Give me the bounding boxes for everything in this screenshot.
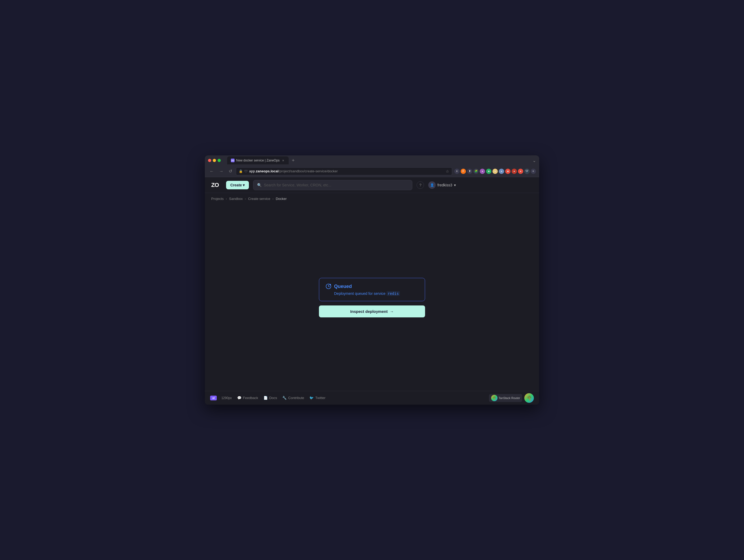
address-bar[interactable]: 🔒 🛡 app.zaneops.local/project/sandbox/cr… — [236, 167, 452, 175]
twitter-icon: 🐦 — [309, 396, 313, 400]
bookmark-star-icon[interactable]: ☆ — [446, 169, 449, 173]
breadcrumb-projects[interactable]: Projects — [211, 197, 224, 201]
svg-point-1 — [330, 284, 331, 286]
docs-icon: 📄 — [263, 396, 268, 400]
ext-share-icon[interactable]: ⬆ — [467, 169, 472, 174]
user-avatar: 👤 — [428, 182, 436, 189]
footer: xl 1290px 💬 Feedback 📄 Docs 🔧 Contribute… — [205, 391, 539, 405]
footer-links: 💬 Feedback 📄 Docs 🔧 Contribute 🐦 Twitter — [237, 396, 326, 400]
breakpoint-width: 1290px — [219, 396, 232, 400]
tab-title: New docker service | ZaneOps — [236, 159, 280, 162]
queued-icon — [326, 283, 331, 289]
main-content: Queued Deployment queued for service red… — [205, 204, 539, 391]
breadcrumb-sep-1: › — [226, 197, 227, 201]
minimize-window-button[interactable] — [213, 159, 216, 162]
url-display: app.zaneops.local/project/sandbox/create… — [249, 169, 338, 173]
footer-right: 🌴 TanStack Router 🌴 — [489, 393, 534, 403]
title-bar: ZO New docker service | ZaneOps ✕ + ⌄ — [205, 155, 539, 165]
forward-button[interactable]: → — [218, 168, 225, 175]
close-window-button[interactable] — [208, 159, 211, 162]
user-menu[interactable]: 👤 fredkiss3 ▾ — [428, 182, 455, 189]
help-button[interactable]: ? — [417, 182, 424, 189]
contribute-link[interactable]: 🔧 Contribute — [282, 396, 304, 400]
breadcrumb-sep-2: › — [245, 197, 246, 201]
status-message: Deployment queued for service redis — [326, 291, 418, 296]
nav-bar: ← → ↺ 🔒 🛡 app.zaneops.local/project/sand… — [205, 165, 539, 177]
ext-f-icon[interactable]: F — [460, 169, 466, 174]
twitter-link[interactable]: 🐦 Twitter — [309, 396, 325, 400]
footer-avatar-large: 🌴 — [524, 393, 534, 403]
browser-window: ZO New docker service | ZaneOps ✕ + ⌄ ← … — [205, 155, 539, 405]
tab-close-button[interactable]: ✕ — [281, 159, 285, 162]
tanstack-avatar-small: 🌴 — [491, 395, 497, 401]
search-icon: 🔍 — [257, 183, 262, 187]
ext-green-toggle-icon[interactable]: ■ — [486, 169, 491, 174]
shield-icon: 🛡 — [245, 169, 248, 173]
back-button[interactable]: ← — [208, 168, 216, 175]
inspect-deployment-button[interactable]: Inspect deployment → — [319, 306, 425, 317]
status-label: Queued — [334, 284, 352, 289]
url-path: /project/sandbox/create-service/docker — [278, 169, 338, 173]
status-header: Queued — [326, 283, 418, 289]
url-domain: app.zaneops.local — [249, 169, 278, 173]
docs-link[interactable]: 📄 Docs — [263, 396, 277, 400]
arrow-right-icon: → — [390, 309, 394, 314]
breadcrumb-docker: Docker — [276, 197, 287, 201]
ext-shield2-icon[interactable]: 🛡 — [524, 169, 530, 174]
ext-stack-icon[interactable]: ≡ — [531, 169, 536, 174]
user-name: fredkiss3 — [437, 183, 452, 187]
search-bar[interactable]: 🔍 Search for Service, Worker, CRON, etc.… — [253, 180, 412, 190]
ext-red1-icon[interactable]: ■ — [505, 169, 511, 174]
breadcrumb: Projects › Sandbox › Create service › Do… — [205, 193, 539, 204]
extensions-bar: ⬇ F ⬆ 🧩 ● ■ ● ● ■ ● ● 🛡 ≡ — [454, 169, 536, 174]
feedback-link[interactable]: 💬 Feedback — [237, 396, 258, 400]
ext-download-icon[interactable]: ⬇ — [454, 169, 459, 174]
ext-yellow-icon[interactable]: ● — [492, 169, 498, 174]
app-header: ZO Create ▾ 🔍 Search for Service, Worker… — [205, 177, 539, 193]
breadcrumb-sep-3: › — [272, 197, 273, 201]
tanstack-badge: 🌴 TanStack Router — [489, 394, 522, 402]
active-tab[interactable]: ZO New docker service | ZaneOps ✕ — [227, 156, 289, 164]
maximize-window-button[interactable] — [218, 159, 221, 162]
service-name-badge: redis — [386, 291, 400, 296]
security-icon: 🔒 — [239, 169, 243, 173]
tab-favicon: ZO — [231, 159, 234, 162]
breadcrumb-create-service[interactable]: Create service — [248, 197, 270, 201]
contribute-icon: 🔧 — [282, 396, 287, 400]
user-dropdown-icon: ▾ — [454, 183, 456, 187]
create-button[interactable]: Create ▾ — [226, 181, 249, 189]
breakpoint-badge: xl — [210, 396, 217, 400]
ext-red3-icon[interactable]: ● — [518, 169, 523, 174]
search-placeholder: Search for Service, Worker, CRON, etc... — [264, 183, 331, 187]
tab-bar: ZO New docker service | ZaneOps ✕ + — [227, 156, 530, 164]
title-bar-collapse[interactable]: ⌄ — [532, 158, 536, 163]
app-logo: ZO — [211, 182, 222, 189]
feedback-icon: 💬 — [237, 396, 241, 400]
new-tab-button[interactable]: + — [290, 157, 297, 164]
breadcrumb-sandbox[interactable]: Sandbox — [229, 197, 243, 201]
ext-blue-icon[interactable]: ● — [499, 169, 504, 174]
traffic-lights — [208, 159, 221, 162]
status-card: Queued Deployment queued for service red… — [319, 278, 425, 301]
ext-red2-icon[interactable]: ● — [512, 169, 517, 174]
refresh-button[interactable]: ↺ — [227, 168, 234, 175]
ext-puzzle-icon[interactable]: 🧩 — [473, 169, 479, 174]
ext-purple-icon[interactable]: ● — [480, 169, 485, 174]
